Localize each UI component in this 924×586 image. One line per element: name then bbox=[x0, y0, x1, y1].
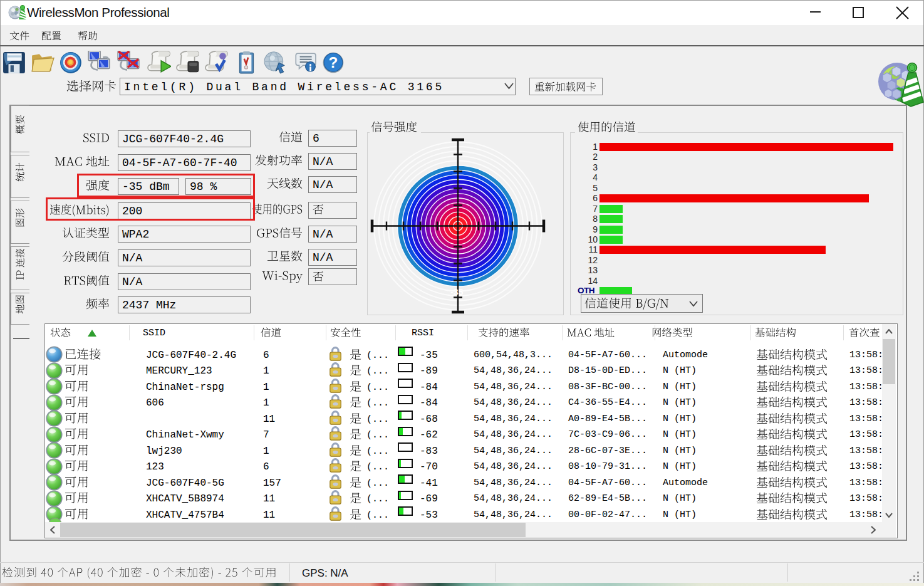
svg-text:(...: (... bbox=[366, 510, 388, 521]
svg-text:(...: (... bbox=[366, 478, 388, 489]
svg-text:(...: (... bbox=[366, 494, 388, 505]
svg-text:(...: (... bbox=[366, 382, 388, 393]
svg-text:(...: (... bbox=[366, 430, 388, 441]
svg-text:(...: (... bbox=[366, 446, 388, 457]
svg-text:(...: (... bbox=[366, 350, 388, 361]
svg-text:?: ? bbox=[329, 54, 338, 71]
svg-text:(...: (... bbox=[366, 462, 388, 473]
svg-text:-35: -35 bbox=[450, 287, 463, 297]
svg-text:(...: (... bbox=[366, 366, 388, 377]
svg-text:(...: (... bbox=[366, 398, 388, 409]
svg-text:(...: (... bbox=[366, 414, 388, 425]
